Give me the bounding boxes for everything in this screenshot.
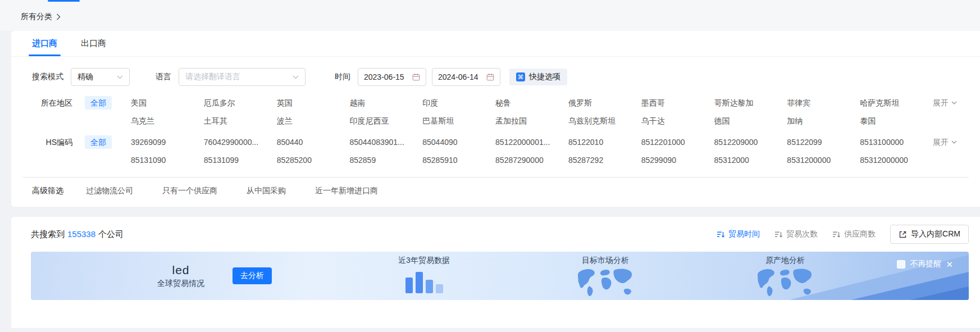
hs-code-item[interactable]: 85122000001... [495,135,563,149]
banner-keyword-block: led 全球贸易情况 去分析 [157,252,272,300]
sort-by-supplier-count[interactable]: 供应商数 [832,229,876,239]
hs-code-item[interactable]: 85285200 [277,153,344,167]
advanced-option[interactable]: 近一年新增进口商 [315,186,378,196]
hs-code-item[interactable]: 39269099 [131,135,198,149]
world-map-icon [574,268,637,297]
close-icon[interactable]: ✕ [946,260,953,269]
advanced-option[interactable]: 从中国采购 [247,186,286,196]
region-item[interactable]: 美国 [131,96,198,110]
hs-code-item[interactable]: 8512209000 [714,135,782,149]
region-label: 所在地区 [32,96,72,110]
region-item[interactable]: 越南 [349,96,417,110]
tab-importers[interactable]: 进口商 [32,31,57,56]
hs-code-expand-link[interactable]: 展开 [933,135,965,149]
region-item[interactable]: 加纳 [787,114,854,128]
region-item[interactable]: 英国 [277,96,344,110]
hs-code-item[interactable]: 850440 [277,135,344,149]
date-to-input[interactable]: 2024-06-14 [432,68,500,86]
banner-item-trade-data: 近3年贸易数据 [382,256,466,293]
date-from-value: 2023-06-15 [364,72,404,81]
hs-code-item[interactable]: 85044090 [422,135,490,149]
hs-code-item[interactable]: 85312000 [714,153,782,167]
region-all-badge[interactable]: 全部 [85,96,112,110]
region-item[interactable]: 波兰 [277,114,344,128]
tab-bar: 进口商 出口商 [11,31,980,57]
results-section: 共搜索到155338个公司 贸易时间 贸易次数 供应商数 导入内部CRM [11,217,980,328]
breadcrumb-label: 所有分类 [21,12,52,22]
region-item[interactable]: 巴基斯坦 [422,114,490,128]
hs-code-item[interactable]: 85131090 [131,153,198,167]
region-item[interactable]: 厄瓜多尔 [204,96,271,110]
tab-exporters[interactable]: 出口商 [81,31,106,56]
region-item[interactable]: 印度 [422,96,490,110]
advanced-option[interactable]: 过滤物流公司 [86,186,133,196]
sort-by-trade-count[interactable]: 贸易次数 [774,229,818,239]
hs-code-all-badge[interactable]: 全部 [85,135,112,149]
region-item[interactable]: 乌克兰 [131,114,198,128]
dismiss-checkbox[interactable] [897,260,905,269]
hs-code-item[interactable]: 8531200000 [787,153,854,167]
region-expand-link[interactable]: 展开 [933,96,965,110]
quick-options-button[interactable]: ⌘ 快捷选项 [509,69,567,85]
region-item[interactable]: 泰国 [860,114,927,128]
advanced-option[interactable]: 只有一个供应商 [162,186,217,196]
hs-code-item[interactable]: 85285910 [422,153,490,167]
calendar-icon [486,73,494,81]
hs-code-item[interactable]: 85122010 [568,135,636,149]
advanced-filter-row: 高级筛选 过滤物流公司只有一个供应商从中国采购近一年新增进口商 [11,178,980,207]
quick-options-label: 快捷选项 [529,72,560,82]
hs-code-item[interactable]: 76042990000... [204,135,271,149]
hs-code-item[interactable]: 8513100000 [860,135,927,149]
chevron-down-icon [951,140,957,144]
banner-keyword: led [157,263,204,277]
language-select[interactable]: 请选择翻译语言 [179,68,306,86]
region-item[interactable]: 土耳其 [204,114,271,128]
region-filter-row: 所在地区 全部 美国厄瓜多尔英国越南印度秘鲁俄罗斯墨西哥哥斯达黎加菲律宾哈萨克斯… [11,88,980,128]
region-item[interactable]: 德国 [714,114,782,128]
date-from-input[interactable]: 2023-06-15 [358,68,426,86]
region-list: 美国厄瓜多尔英国越南印度秘鲁俄罗斯墨西哥哥斯达黎加菲律宾哈萨克斯坦乌克兰土耳其波… [131,96,927,128]
advanced-option-list: 过滤物流公司只有一个供应商从中国采购近一年新增进口商 [86,186,378,196]
region-item[interactable]: 菲律宾 [787,96,854,110]
region-item[interactable]: 孟加拉国 [495,114,563,128]
region-item[interactable]: 俄罗斯 [568,96,636,110]
command-icon: ⌘ [516,72,525,81]
world-map-icon [754,268,817,297]
region-item[interactable]: 墨西哥 [641,96,709,110]
sort-by-trade-time[interactable]: 贸易时间 [717,229,760,239]
search-mode-value: 精确 [78,72,93,82]
hs-code-item[interactable]: 85044083901... [349,135,417,149]
region-item[interactable]: 印度尼西亚 [349,114,417,128]
mini-bar-chart [382,270,466,293]
hs-code-item[interactable]: 85287292 [568,153,636,167]
region-item[interactable]: 哈萨克斯坦 [860,96,927,110]
date-to-value: 2024-06-14 [438,72,478,81]
region-item[interactable]: 哥斯达黎加 [714,96,782,110]
hs-code-item[interactable]: 8512201000 [641,135,709,149]
results-toolbar: 贸易时间 贸易次数 供应商数 导入内部CRM [717,225,969,244]
advanced-filter-label: 高级筛选 [32,186,63,196]
search-mode-select[interactable]: 精确 [71,68,130,86]
banner-subtitle: 全球贸易情况 [157,279,204,289]
hs-code-item[interactable]: 85122099 [787,135,854,149]
region-item[interactable]: 乌兹别克斯坦 [568,114,636,128]
breadcrumb[interactable]: 所有分类 [21,12,61,22]
hs-code-item[interactable]: 85312000000 [860,153,927,167]
import-crm-button[interactable]: 导入内部CRM [890,225,969,244]
hs-code-filter-row: HS编码 全部 3926909976042990000...8504408504… [11,128,980,167]
hs-code-item[interactable]: 852859 [349,153,417,167]
promo-banner: led 全球贸易情况 去分析 近3年贸易数据 目标市场分析 [31,252,969,300]
results-count-number: 155338 [67,229,95,239]
chevron-down-icon [951,101,957,104]
hs-code-item[interactable]: 85299090 [641,153,709,167]
region-item[interactable]: 乌干达 [641,114,709,128]
sort-descending-icon [832,231,841,238]
import-icon [899,230,907,239]
top-tab-indicator [48,0,80,2]
chevron-down-icon [293,75,299,79]
hs-code-item[interactable]: 85287290000 [495,153,563,167]
banner-dismiss: 不再提醒 ✕ [897,259,953,269]
region-item[interactable]: 秘鲁 [495,96,563,110]
hs-code-item[interactable]: 85131099 [204,153,271,167]
analyze-button[interactable]: 去分析 [233,267,272,284]
